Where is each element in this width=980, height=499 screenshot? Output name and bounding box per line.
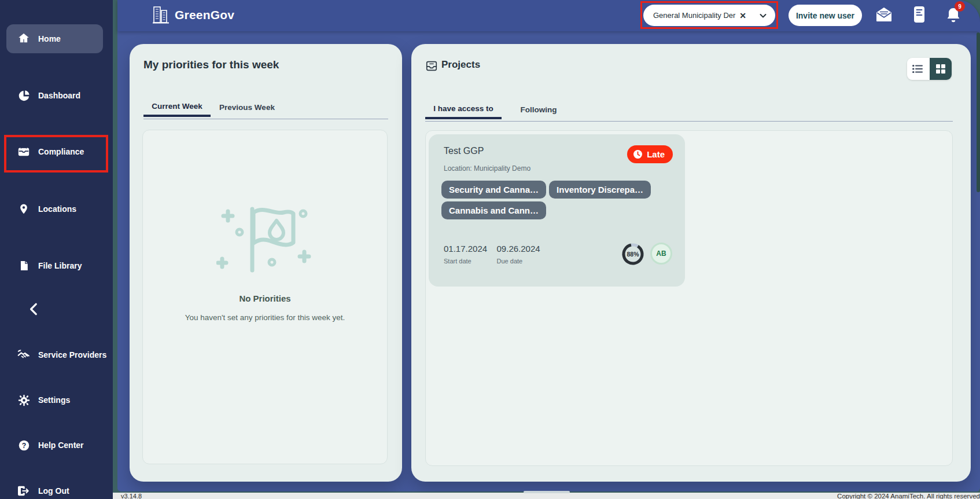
project-tag: Inventory Discrepa… xyxy=(549,181,651,199)
sidebar-item-label: File Library xyxy=(38,261,82,270)
app-version: v3.14.8 xyxy=(121,493,142,499)
sidebar-item-service-providers[interactable]: Service Providers xyxy=(0,344,113,365)
project-tags: Security and Canna… Inventory Discrepa… … xyxy=(441,181,667,219)
sidebar-item-label: Service Providers xyxy=(38,350,106,359)
project-dates: 01.17.2024 Start date 09.26.2024 Due dat… xyxy=(444,244,547,265)
file-icon xyxy=(17,259,30,272)
sidebar-nav: Home Dashboard Compliance xyxy=(0,0,113,499)
no-priorities-flag-illustration xyxy=(216,199,315,275)
clock-icon xyxy=(633,149,643,159)
list-view-icon xyxy=(912,64,924,74)
no-priorities-message: You haven't set any priorities for this … xyxy=(143,313,387,322)
gear-icon xyxy=(17,394,30,406)
help-icon: ? xyxy=(17,439,30,452)
grid-view-icon xyxy=(935,64,946,74)
status-badge: Late xyxy=(627,145,673,163)
tabs-divider xyxy=(143,119,388,119)
project-tag: Security and Canna… xyxy=(441,181,546,199)
status-badge-label: Late xyxy=(647,149,665,159)
project-tile-test-ggp[interactable]: Test GGP Late Location: Municipality Dem… xyxy=(429,134,685,287)
projects-list-panel: Test GGP Late Location: Municipality Dem… xyxy=(425,130,953,466)
buildings-icon xyxy=(152,5,170,25)
organization-selector-value: General Municipality Der xyxy=(653,11,735,20)
start-date-label: Start date xyxy=(444,258,487,265)
progress-ring: 88% xyxy=(620,241,646,267)
sidebar-item-file-library[interactable]: File Library xyxy=(0,255,113,276)
sidebar-item-dashboard[interactable]: Dashboard xyxy=(0,85,113,106)
sidebar-item-label: Compliance xyxy=(38,147,84,156)
svg-text:?: ? xyxy=(21,441,25,449)
list-view-button[interactable] xyxy=(907,58,930,80)
tab-previous-week[interactable]: Previous Week xyxy=(212,97,282,117)
priorities-card: My priorities for this week Current Week… xyxy=(130,44,402,482)
dashboard-icon xyxy=(17,90,30,102)
priorities-title: My priorities for this week xyxy=(143,58,279,71)
notification-count-badge: 9 xyxy=(955,1,965,12)
map-pin-icon xyxy=(17,203,30,215)
document-list-icon xyxy=(913,5,926,24)
sidebar-collapse-button[interactable] xyxy=(27,302,44,319)
compliance-archive-icon xyxy=(17,145,30,158)
due-date-value: 09.26.2024 xyxy=(497,244,540,254)
no-priorities-title: No Priorities xyxy=(143,293,387,303)
invite-new-user-button[interactable]: Invite new user xyxy=(789,5,862,26)
reports-button[interactable] xyxy=(913,5,926,26)
view-toggle xyxy=(907,58,952,80)
vertical-scrollbar-thumb[interactable] xyxy=(977,32,980,192)
sidebar-item-label: Settings xyxy=(38,395,70,405)
handshake-icon xyxy=(17,349,30,361)
project-location: Location: Municipality Demo xyxy=(444,164,530,173)
start-date-value: 01.17.2024 xyxy=(444,244,487,254)
projects-title: Projects xyxy=(441,59,480,71)
footer-bar: v3.14.8 Copyright © 2024 AnamiTech. All … xyxy=(113,493,980,499)
horizontal-scrollbar-thumb[interactable] xyxy=(524,491,570,493)
sidebar-item-home[interactable]: Home xyxy=(6,24,103,53)
messages-button[interactable] xyxy=(875,6,893,26)
assignee-avatar: AB xyxy=(650,243,672,265)
sidebar-item-locations[interactable]: Locations xyxy=(0,199,113,219)
mail-icon xyxy=(875,6,893,24)
sidebar-item-label: Log Out xyxy=(38,486,69,496)
sidebar-item-settings[interactable]: Settings xyxy=(0,390,113,410)
tab-current-week[interactable]: Current Week xyxy=(143,97,211,117)
priorities-empty-panel: No Priorities You haven't set any priori… xyxy=(142,130,388,464)
organization-selector[interactable]: General Municipality Der ✕ xyxy=(643,5,775,26)
home-icon xyxy=(17,32,30,46)
projects-card: Projects I have access to Following xyxy=(411,44,971,482)
tabs-divider xyxy=(425,121,953,122)
app-logo: GreenGov xyxy=(152,5,234,25)
sidebar-item-help-center[interactable]: ? Help Center xyxy=(0,435,113,456)
project-name: Test GGP xyxy=(444,146,484,156)
chevron-left-icon xyxy=(27,302,42,317)
sidebar-item-compliance[interactable]: Compliance xyxy=(0,141,113,162)
tab-i-have-access-to[interactable]: I have access to xyxy=(425,100,502,119)
sidebar-item-label: Home xyxy=(38,34,61,43)
logout-icon xyxy=(17,485,30,497)
tab-following[interactable]: Following xyxy=(506,100,571,119)
progress-percent: 88% xyxy=(627,251,639,258)
sidebar-item-log-out[interactable]: Log Out xyxy=(0,480,113,499)
sidebar-item-label: Dashboard xyxy=(38,91,80,100)
brand-name: GreenGov xyxy=(175,8,234,22)
clear-selection-icon[interactable]: ✕ xyxy=(739,11,746,20)
chevron-down-icon[interactable] xyxy=(758,11,768,20)
sidebar-item-label: Help Center xyxy=(38,441,84,450)
grid-view-button[interactable] xyxy=(930,58,952,80)
project-tag: Cannabis and Cann… xyxy=(441,201,546,219)
copyright-text: Copyright © 2024 AnamiTech. All rights r… xyxy=(837,493,980,499)
sidebar-item-label: Locations xyxy=(38,204,76,214)
due-date-label: Due date xyxy=(497,258,540,265)
projects-tray-icon xyxy=(425,60,438,72)
